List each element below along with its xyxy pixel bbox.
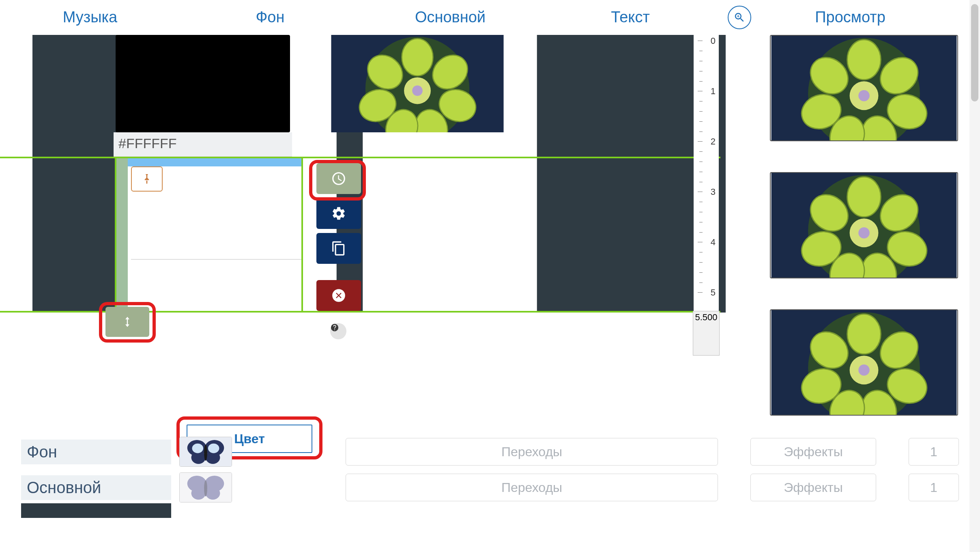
tab-text-label: Текст (611, 9, 650, 26)
delete-icon (331, 288, 346, 303)
layer-row-main: Основной Переходы Эффекты 1 (21, 472, 959, 502)
tab-music-label: Музыка (63, 9, 117, 26)
tab-text[interactable]: Текст (540, 0, 720, 34)
gear-icon (331, 206, 346, 221)
background-clip[interactable] (115, 157, 303, 313)
main-clip-thumbnail[interactable] (330, 35, 505, 132)
transitions-button-main[interactable]: Переходы (346, 474, 718, 501)
copy-button[interactable] (316, 233, 361, 264)
help-button[interactable] (330, 323, 346, 339)
tick-2: 2 (694, 136, 719, 147)
tab-background[interactable]: Фон (180, 0, 360, 34)
layer-name-main[interactable]: Основной (21, 475, 171, 500)
clip-header-bar (116, 158, 301, 166)
effects-button-main[interactable]: Эффекты (750, 474, 876, 501)
layer-thumb-background[interactable] (179, 437, 232, 467)
copy-icon (331, 241, 346, 256)
transitions-button-background[interactable]: Переходы (346, 438, 718, 466)
preview-thumbnail-2[interactable] (770, 172, 958, 278)
clip-divider (131, 259, 301, 260)
preview-thumbnail-1[interactable] (770, 35, 958, 141)
preview-thumbnail-3[interactable] (770, 309, 958, 416)
ruler-end-value: 5.500 (693, 311, 720, 356)
tab-preview-label: Просмотр (815, 9, 885, 26)
callout-duration (309, 160, 366, 201)
flower-image (330, 35, 505, 132)
layer-row-collapsed[interactable] (21, 503, 171, 518)
layer-name-background[interactable]: Фон (21, 440, 171, 464)
effects-count-background[interactable]: 1 (909, 438, 959, 466)
tick-5: 5 (694, 287, 719, 298)
selection-line-top (0, 157, 720, 158)
time-ruler: 0 1 2 3 4 5 5.500 (694, 35, 719, 356)
background-hex-value: #FFFFFF (118, 136, 177, 151)
pin-icon (140, 172, 153, 185)
tab-preview[interactable]: Просмотр (720, 0, 980, 34)
background-hex-input[interactable]: #FFFFFF (114, 132, 292, 157)
tab-background-label: Фон (256, 9, 284, 26)
callout-drag (99, 302, 156, 343)
zoom-in-icon[interactable] (728, 6, 751, 29)
tab-music[interactable]: Музыка (0, 0, 180, 34)
layers-panel: Фон Переходы Эффекты 1 Основной Переходы… (21, 437, 959, 508)
effects-button-background[interactable]: Эффекты (750, 438, 876, 466)
effects-count-main[interactable]: 1 (909, 474, 959, 501)
tick-4: 4 (694, 237, 719, 248)
tab-main-label: Основной (415, 9, 486, 26)
preview-column (720, 35, 980, 446)
settings-button[interactable] (316, 198, 361, 229)
background-color-swatch[interactable] (116, 35, 290, 132)
butterfly-icon (180, 437, 232, 467)
pin-button[interactable] (131, 166, 163, 192)
tick-0: 0 (694, 36, 719, 46)
top-tabs: Музыка Фон Основной Текст Просмотр (0, 0, 980, 35)
clip-left-handle[interactable] (116, 158, 128, 311)
butterfly-faded-icon (180, 473, 232, 502)
delete-button[interactable] (316, 280, 361, 311)
tick-3: 3 (694, 187, 719, 197)
layer-thumb-main[interactable] (179, 472, 232, 502)
tab-main[interactable]: Основной (360, 0, 540, 34)
layer-row-background: Фон Переходы Эффекты 1 (21, 437, 959, 467)
tick-1: 1 (694, 86, 719, 97)
help-icon (330, 323, 339, 332)
timeline-area: #FFFFFF (0, 35, 720, 446)
